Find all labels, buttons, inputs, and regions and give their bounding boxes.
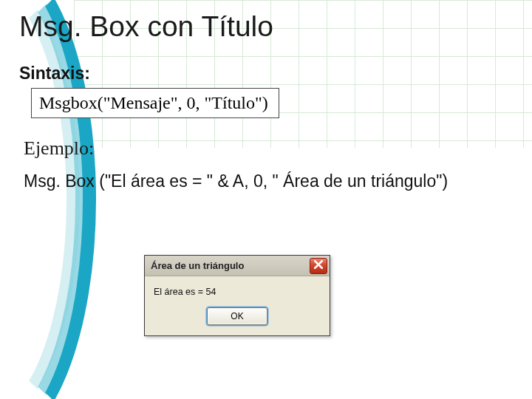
msgbox-title: Área de un triángulo	[151, 260, 310, 271]
page-title: Msg. Box con Título	[19, 10, 522, 43]
syntax-code-box: Msgbox("Mensaje", 0, "Título")	[31, 88, 279, 118]
close-icon	[314, 260, 323, 271]
syntax-label: Sintaxis:	[19, 64, 522, 83]
example-label: Ejemplo:	[24, 137, 522, 160]
close-button[interactable]	[310, 258, 327, 274]
msgbox-button-row: OK	[145, 300, 330, 335]
msgbox-message: El área es = 54	[145, 276, 330, 300]
example-code: Msg. Box ("El área es = " & A, 0, " Área…	[24, 171, 522, 191]
msgbox-dialog: Área de un triángulo El área es = 54 OK	[144, 255, 330, 336]
slide-content: Msg. Box con Título Sintaxis: Msgbox("Me…	[19, 10, 522, 191]
ok-button[interactable]: OK	[207, 307, 267, 325]
msgbox-titlebar: Área de un triángulo	[145, 256, 330, 276]
